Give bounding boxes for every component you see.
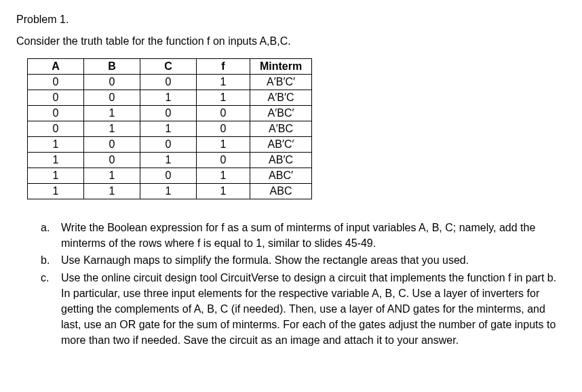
table-cell: 0 bbox=[140, 106, 197, 121]
question-letter: a. bbox=[41, 220, 57, 251]
table-cell: A′B′C′ bbox=[250, 75, 312, 90]
table-cell: ABC bbox=[250, 184, 312, 199]
table-cell: 1 bbox=[84, 121, 140, 137]
question-text: Use Karnaugh maps to simplify the formul… bbox=[61, 252, 566, 268]
table-cell: 1 bbox=[140, 121, 197, 137]
table-cell: 0 bbox=[28, 106, 84, 121]
table-cell: 1 bbox=[28, 184, 84, 199]
table-cell: A′BC′ bbox=[250, 106, 312, 121]
table-cell: 1 bbox=[28, 168, 84, 184]
table-cell: 0 bbox=[140, 75, 197, 90]
table-cell: 1 bbox=[197, 137, 250, 153]
table-cell: 0 bbox=[84, 137, 140, 153]
table-row: 1010AB′C bbox=[28, 153, 312, 168]
table-row: 0001A′B′C′ bbox=[28, 75, 312, 90]
table-cell: 0 bbox=[197, 153, 250, 168]
table-cell: 1 bbox=[140, 153, 197, 168]
table-cell: 1 bbox=[197, 75, 250, 90]
table-cell: 1 bbox=[84, 106, 140, 121]
col-header-a: A bbox=[28, 59, 84, 75]
table-cell: A′BC bbox=[250, 121, 312, 137]
table-body: 0001A′B′C′0011A′B′C0100A′BC′0110A′BC1001… bbox=[28, 75, 312, 199]
table-cell: 0 bbox=[84, 153, 140, 168]
table-cell: AB′C bbox=[250, 153, 312, 168]
table-row: 1001AB′C′ bbox=[28, 137, 312, 153]
table-row: 0100A′BC′ bbox=[28, 106, 312, 121]
table-cell: A′B′C bbox=[250, 90, 312, 106]
problem-title: Problem 1. bbox=[16, 14, 566, 26]
table-cell: 1 bbox=[28, 137, 84, 153]
table-cell: 1 bbox=[140, 184, 197, 199]
table-cell: 0 bbox=[140, 168, 197, 184]
table-cell: 1 bbox=[84, 184, 140, 199]
question-text: Use the online circuit design tool Circu… bbox=[61, 270, 566, 349]
questions-list: a.Write the Boolean expression for f as … bbox=[41, 220, 566, 349]
table-cell: 0 bbox=[84, 75, 140, 90]
table-row: 0110A′BC bbox=[28, 121, 312, 137]
col-header-b: B bbox=[84, 59, 140, 75]
col-header-minterm: Minterm bbox=[250, 59, 312, 75]
table-cell: 1 bbox=[28, 153, 84, 168]
col-header-c: C bbox=[140, 59, 197, 75]
question-item: a.Write the Boolean expression for f as … bbox=[41, 220, 566, 251]
truth-table: A B C f Minterm 0001A′B′C′0011A′B′C0100A… bbox=[27, 58, 312, 199]
table-cell: 0 bbox=[28, 90, 84, 106]
table-row: 0011A′B′C bbox=[28, 90, 312, 106]
table-cell: 1 bbox=[140, 90, 197, 106]
table-cell: ABC′ bbox=[250, 168, 312, 184]
table-cell: 1 bbox=[197, 184, 250, 199]
question-letter: c. bbox=[41, 270, 57, 349]
table-header-row: A B C f Minterm bbox=[28, 59, 312, 75]
table-cell: 0 bbox=[28, 75, 84, 90]
question-item: c.Use the online circuit design tool Cir… bbox=[41, 270, 566, 349]
question-item: b.Use Karnaugh maps to simplify the form… bbox=[41, 252, 566, 268]
question-letter: b. bbox=[41, 252, 57, 268]
question-text: Write the Boolean expression for f as a … bbox=[61, 220, 566, 251]
table-cell: 0 bbox=[84, 90, 140, 106]
table-cell: 1 bbox=[84, 168, 140, 184]
table-row: 1111ABC bbox=[28, 184, 312, 199]
col-header-f: f bbox=[197, 59, 250, 75]
table-cell: 0 bbox=[197, 121, 250, 137]
table-row: 1101ABC′ bbox=[28, 168, 312, 184]
problem-intro: Consider the truth table for the functio… bbox=[16, 35, 566, 47]
table-cell: 0 bbox=[140, 137, 197, 153]
table-cell: 0 bbox=[197, 106, 250, 121]
table-cell: 1 bbox=[197, 168, 250, 184]
table-cell: 1 bbox=[197, 90, 250, 106]
table-cell: AB′C′ bbox=[250, 137, 312, 153]
table-cell: 0 bbox=[28, 121, 84, 137]
